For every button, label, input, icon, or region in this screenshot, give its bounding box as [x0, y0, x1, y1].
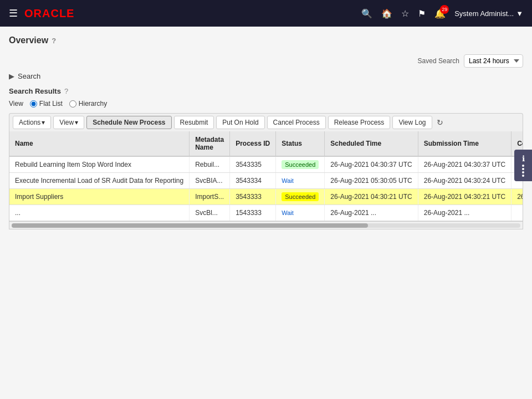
page-title-row: Overview ? [9, 35, 523, 45]
hierarchy-radio[interactable] [69, 100, 76, 108]
header-right: 🔍 🏠 ☆ ⚑ 🔔 29 System Administ... ▼ [361, 8, 523, 19]
table-cell: Succeeded [276, 189, 325, 205]
user-name-label: System Administ... [454, 9, 514, 18]
table-cell: SvcBIA... [190, 173, 230, 189]
view-menu[interactable]: View ▾ [53, 116, 84, 129]
main-content: Overview ? Saved Search Last 24 hours La… [0, 27, 532, 238]
favorites-icon[interactable]: ☆ [401, 8, 409, 19]
flat-list-radio[interactable] [30, 100, 37, 108]
oracle-logo: ORACLE [24, 7, 74, 20]
hierarchy-option[interactable]: Hierarchy [69, 100, 107, 108]
view-log-button[interactable]: View Log [392, 116, 432, 129]
table-cell: ImportS... [190, 189, 230, 205]
table-cell: Succeeded [276, 156, 325, 173]
search-arrow-icon: ▶ [9, 72, 14, 80]
refresh-icon[interactable]: ↻ [437, 118, 443, 127]
col-name: Name [9, 131, 190, 156]
schedule-new-process-button[interactable]: Schedule New Process [86, 116, 171, 129]
results-title: Search Results [9, 87, 61, 95]
view-toggle-row: View Flat List Hierarchy [9, 100, 523, 108]
hscroll-thumb[interactable] [12, 223, 368, 228]
notifications-icon[interactable]: 🔔 29 [434, 8, 446, 19]
status-badge: Wait [282, 177, 294, 184]
table-cell: 26-Aug-2021 ... [418, 205, 511, 221]
actions-label: Actions [19, 119, 40, 126]
table-cell: Rebuild Learning Item Stop Word Index [9, 156, 190, 173]
table-cell: 26-Aug-2021 05:30:05 UTC [325, 173, 418, 189]
status-badge: Wait [282, 209, 294, 216]
table-cell: Import Suppliers [9, 189, 190, 205]
view-menu-chevron-icon: ▾ [75, 119, 78, 126]
horizontal-scrollbar[interactable] [9, 222, 523, 229]
table-cell: Wait [276, 205, 325, 221]
results-header: Search Results ? [9, 87, 523, 95]
release-process-button[interactable]: Release Process [328, 116, 391, 129]
table-cell: 26-Aug-2021 04:30:24 UTC [418, 173, 511, 189]
col-status: Status [276, 131, 325, 156]
col-submission: Submission Time [418, 131, 511, 156]
resubmit-button[interactable]: Resubmit [174, 116, 214, 129]
col-scheduled: Scheduled Time [325, 131, 418, 156]
results-table: Name MetadataName Process ID Status Sche… [9, 131, 523, 221]
table-cell: 26-Aug-2021 ... [325, 205, 418, 221]
table-cell: 1543333 [230, 205, 276, 221]
actions-chevron-icon: ▾ [42, 119, 45, 126]
header-left: ☰ ORACLE [9, 7, 361, 20]
search-icon[interactable]: 🔍 [361, 8, 372, 19]
col-process-id: Process ID [230, 131, 276, 156]
user-menu[interactable]: System Administ... ▼ [454, 9, 523, 18]
view-label: View [9, 100, 23, 108]
cancel-process-button[interactable]: Cancel Process [267, 116, 326, 129]
info-side-button[interactable]: ℹ [514, 150, 532, 181]
view-menu-label: View [59, 119, 74, 126]
table-cell: 26-Aug-2021 04:30:37 UTC [418, 156, 511, 173]
table-row[interactable]: ...SvcBl...1543333Wait26-Aug-2021 ...26-… [9, 205, 523, 221]
table-cell [511, 205, 523, 221]
status-badge: Succeeded [282, 192, 319, 201]
table-cell: Execute Incremental Load of SR Audit Dat… [9, 173, 190, 189]
table-cell: Wait [276, 173, 325, 189]
hscroll-track[interactable] [12, 223, 520, 228]
home-icon[interactable]: 🏠 [381, 8, 392, 19]
hamburger-menu-icon[interactable]: ☰ [9, 7, 18, 19]
flat-list-label: Flat List [39, 100, 63, 108]
saved-search-select[interactable]: Last 24 hours Last 7 days Last 30 days [464, 54, 523, 68]
saved-search-bar: Saved Search Last 24 hours Last 7 days L… [9, 54, 523, 68]
table-cell: 3543333 [230, 189, 276, 205]
notification-badge: 29 [440, 5, 449, 14]
flat-list-option[interactable]: Flat List [30, 100, 63, 108]
status-badge: Succeeded [282, 160, 319, 169]
user-menu-chevron-icon: ▼ [516, 9, 523, 18]
saved-search-label: Saved Search [418, 57, 459, 65]
table-cell: 26-Aug-2021 04:30:21 UTC [325, 189, 418, 205]
table-cell: Rebuil... [190, 156, 230, 173]
watchlist-icon[interactable]: ⚑ [418, 8, 426, 19]
info-icon: ℹ [522, 154, 525, 163]
table-row[interactable]: Rebuild Learning Item Stop Word IndexReb… [9, 156, 523, 173]
table-cell: ... [9, 205, 190, 221]
page-title-help-icon[interactable]: ? [52, 37, 56, 45]
col-metadata: MetadataName [190, 131, 230, 156]
table-row[interactable]: Execute Incremental Load of SR Audit Dat… [9, 173, 523, 189]
table-cell: 26-Aug-2021 04:30:37 UTC [325, 156, 418, 173]
page-title: Overview [9, 35, 48, 45]
hierarchy-label: Hierarchy [79, 100, 107, 108]
search-section-label: Search [18, 72, 40, 80]
app-header: ☰ ORACLE 🔍 🏠 ☆ ⚑ 🔔 29 System Administ...… [0, 0, 532, 27]
results-help-icon[interactable]: ? [64, 87, 68, 95]
actions-menu[interactable]: Actions ▾ [13, 116, 51, 129]
table-cell: 3543335 [230, 156, 276, 173]
table-row[interactable]: Import SuppliersImportS...3543333Succeed… [9, 189, 523, 205]
results-table-container: Name MetadataName Process ID Status Sche… [9, 131, 523, 222]
table-header-row: Name MetadataName Process ID Status Sche… [9, 131, 523, 156]
table-cell: 26-Aug-2021 04:30:21 UTC [418, 189, 511, 205]
dots-icon [522, 165, 524, 177]
table-cell: 26-Aug-2021 04:31:03 UTC [511, 189, 523, 205]
put-on-hold-button[interactable]: Put On Hold [216, 116, 264, 129]
search-toggle[interactable]: ▶ Search [9, 72, 523, 80]
toolbar: Actions ▾ View ▾ Schedule New Process Re… [9, 113, 523, 131]
search-section: ▶ Search [9, 72, 523, 80]
table-cell: SvcBl... [190, 205, 230, 221]
table-cell: 3543334 [230, 173, 276, 189]
